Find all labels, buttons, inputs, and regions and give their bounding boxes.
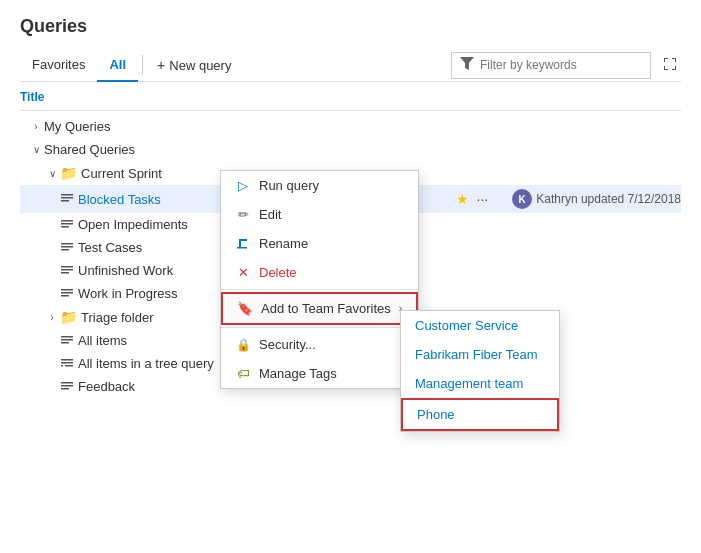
folder-icon: 📁 [60, 309, 77, 325]
svg-rect-22 [61, 365, 63, 367]
menu-item-delete[interactable]: ✕ Delete [221, 258, 418, 287]
svg-rect-7 [61, 243, 73, 245]
chevron-right-icon: › [44, 312, 60, 323]
updated-info: K Kathryn updated 7/12/2018 [512, 189, 681, 209]
submenu: Customer Service Fabrikam Fiber Team Man… [400, 310, 560, 432]
svg-rect-3 [61, 200, 69, 202]
favorites-icon: 🔖 [237, 301, 253, 316]
triage-folder-label[interactable]: Triage folder [81, 310, 154, 325]
tab-favorites[interactable]: Favorites [20, 49, 97, 82]
filter-area [451, 52, 681, 79]
menu-delete-label: Delete [259, 265, 297, 280]
tab-bar: Favorites All + New query [20, 49, 681, 82]
blocked-tasks-label[interactable]: Blocked Tasks [78, 192, 161, 207]
svg-rect-12 [61, 272, 69, 274]
query-tree-icon [60, 357, 74, 371]
feedback-label[interactable]: Feedback [78, 379, 135, 394]
menu-security-label: Security... [259, 337, 316, 352]
svg-rect-8 [61, 246, 73, 248]
query-icon [60, 287, 74, 301]
menu-item-manage-tags[interactable]: 🏷 Manage Tags [221, 359, 418, 388]
submenu-item-phone[interactable]: Phone [401, 398, 559, 431]
tag-icon: 🏷 [235, 366, 251, 381]
list-item[interactable]: › My Queries [20, 115, 681, 138]
svg-rect-10 [61, 266, 73, 268]
menu-item-edit[interactable]: ✏ Edit [221, 200, 418, 229]
submenu-phone-label: Phone [417, 407, 455, 422]
svg-rect-19 [61, 359, 73, 361]
query-icon [60, 192, 74, 206]
query-icon [60, 264, 74, 278]
svg-rect-18 [61, 342, 69, 344]
my-queries-label: My Queries [44, 119, 110, 134]
svg-rect-21 [65, 365, 73, 367]
test-cases-label[interactable]: Test Cases [78, 240, 142, 255]
menu-item-rename[interactable]: Rename [221, 229, 418, 258]
submenu-customer-service-label: Customer Service [415, 318, 518, 333]
submenu-item-customer-service[interactable]: Customer Service [401, 311, 559, 340]
list-item[interactable]: ∨ Shared Queries [20, 138, 681, 161]
svg-rect-13 [61, 289, 73, 291]
plus-icon: + [157, 57, 165, 73]
new-query-button[interactable]: + New query [147, 51, 241, 79]
shared-queries-label: Shared Queries [44, 142, 135, 157]
menu-edit-label: Edit [259, 207, 281, 222]
all-items-label[interactable]: All items [78, 333, 127, 348]
svg-rect-16 [61, 336, 73, 338]
tab-divider [142, 55, 143, 75]
security-icon: 🔒 [235, 338, 251, 352]
current-sprint-label: Current Sprint [81, 166, 162, 181]
delete-icon: ✕ [235, 265, 251, 280]
submenu-item-management-team[interactable]: Management team [401, 369, 559, 398]
menu-run-query-label: Run query [259, 178, 319, 193]
svg-rect-4 [61, 220, 73, 222]
svg-rect-28 [239, 239, 247, 241]
query-icon [60, 241, 74, 255]
svg-rect-2 [61, 197, 73, 199]
submenu-management-team-label: Management team [415, 376, 523, 391]
svg-rect-23 [61, 382, 73, 384]
menu-item-add-to-favorites[interactable]: 🔖 Add to Team Favorites › [221, 292, 418, 325]
svg-rect-25 [61, 388, 69, 390]
all-items-tree-label[interactable]: All items in a tree query [78, 356, 214, 371]
menu-manage-tags-label: Manage Tags [259, 366, 337, 381]
query-icon [60, 218, 74, 232]
menu-divider [221, 289, 418, 290]
svg-rect-20 [61, 362, 73, 364]
new-query-label: New query [169, 58, 231, 73]
work-in-progress-label[interactable]: Work in Progress [78, 286, 177, 301]
svg-rect-6 [61, 226, 69, 228]
expand-icon[interactable] [659, 53, 681, 78]
run-icon: ▷ [235, 178, 251, 193]
svg-rect-15 [61, 295, 69, 297]
filter-input[interactable] [480, 58, 640, 72]
rename-icon [235, 237, 251, 251]
chevron-down-icon: ∨ [28, 144, 44, 155]
page-title: Queries [20, 16, 681, 37]
menu-item-security[interactable]: 🔒 Security... [221, 330, 418, 359]
item-actions: ★ ··· [456, 191, 489, 207]
chevron-right-icon: › [28, 121, 44, 132]
edit-icon: ✏ [235, 207, 251, 222]
svg-marker-0 [460, 57, 474, 70]
context-menu: ▷ Run query ✏ Edit Rename ✕ Delete 🔖 Add… [220, 170, 419, 389]
more-options-icon[interactable]: ··· [477, 191, 489, 207]
svg-rect-11 [61, 269, 73, 271]
chevron-down-icon: ∨ [44, 168, 60, 179]
filter-input-wrapper [451, 52, 651, 79]
unfinished-work-label[interactable]: Unfinished Work [78, 263, 173, 278]
menu-item-run-query[interactable]: ▷ Run query [221, 171, 418, 200]
submenu-item-fabrikam-fiber[interactable]: Fabrikam Fiber Team [401, 340, 559, 369]
svg-rect-26 [237, 247, 247, 249]
open-impediments-label[interactable]: Open Impediments [78, 217, 188, 232]
svg-rect-14 [61, 292, 73, 294]
tab-all[interactable]: All [97, 49, 138, 82]
menu-add-favorites-label: Add to Team Favorites [261, 301, 391, 316]
svg-rect-5 [61, 223, 73, 225]
svg-rect-1 [61, 194, 73, 196]
star-icon[interactable]: ★ [456, 191, 469, 207]
page-container: Queries Favorites All + New query [0, 0, 701, 414]
avatar: K [512, 189, 532, 209]
svg-rect-9 [61, 249, 69, 251]
svg-rect-17 [61, 339, 73, 341]
